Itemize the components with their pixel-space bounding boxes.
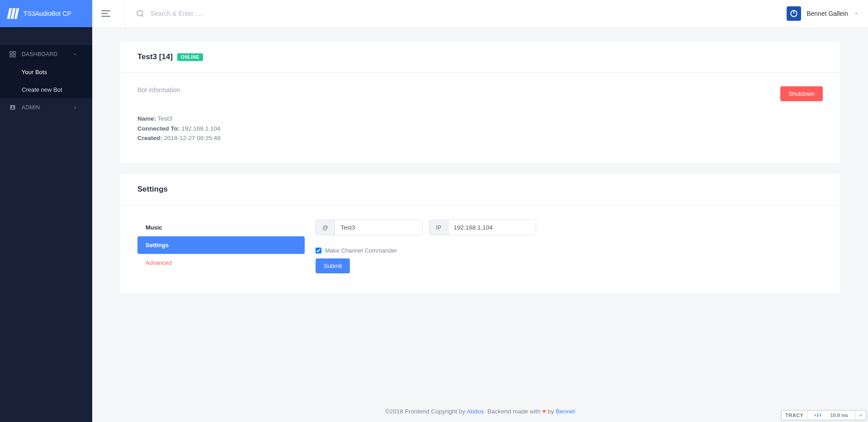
brand-logo-icon (8, 8, 18, 19)
nav-section-admin[interactable]: ADMIN (0, 98, 92, 117)
tracy-close-button[interactable]: × (856, 412, 866, 419)
bot-created-value: 2018-12-27 08:25:48 (164, 135, 221, 141)
nav-section-label: ADMIN (22, 104, 40, 111)
bot-heading: Test3 [14] (137, 52, 173, 61)
sidebar-item-create-bot[interactable]: Create new Bot (0, 81, 92, 98)
footer-link-abdus[interactable]: Abdus (467, 408, 484, 415)
bot-connected-label: Connected To: (137, 125, 180, 132)
tab-advanced[interactable]: Advanced (137, 254, 305, 272)
chevron-down-icon (72, 52, 78, 57)
svg-rect-1 (13, 52, 15, 54)
channel-commander-label: Make Channel Commander (325, 247, 397, 254)
search-icon (136, 9, 144, 18)
bot-info-list: Name: Test3 Connected To: 192.168.1.104 … (137, 114, 823, 143)
footer: ©2018 Frontend Copyright by Abdus. Backe… (92, 401, 868, 422)
svg-point-5 (12, 106, 14, 108)
tracy-debug-bar[interactable]: TRACY 18.8 ms × (781, 410, 866, 420)
bot-card-body: Bot information Shutdown Name: Test3 Con… (120, 73, 840, 163)
svg-point-6 (137, 10, 142, 16)
footer-link-bennet[interactable]: Bennet (556, 408, 575, 415)
search (136, 9, 787, 18)
user-menu[interactable]: Bennet Gallein (787, 6, 859, 21)
bot-name-value: Test3 (158, 115, 172, 122)
settings-header: Settings (120, 174, 840, 205)
chevron-down-icon (854, 11, 859, 16)
footer-text-3: by (546, 408, 556, 415)
dashboard-icon (9, 51, 16, 58)
brand-title: TS3AudioBot CP (24, 10, 71, 17)
footer-text-2: . Backend made with (484, 408, 542, 415)
tab-music[interactable]: Music (137, 219, 305, 236)
tracy-time[interactable]: 18.8 ms (807, 411, 855, 420)
settings-tabs: Music Settings Advanced (137, 219, 305, 272)
topbar: Bennet Gallein (92, 0, 868, 27)
content: Test3 [14] ONLINE Bot information Shutdo… (92, 27, 868, 401)
bot-card: Test3 [14] ONLINE Bot information Shutdo… (120, 42, 840, 163)
footer-text-1: ©2018 Frontend Copyright by (385, 408, 467, 415)
main: Bennet Gallein Test3 [14] ONLINE Bot inf… (92, 0, 868, 422)
menu-toggle-button[interactable] (101, 7, 114, 20)
settings-body: Music Settings Advanced @ IP (120, 205, 840, 293)
svg-rect-0 (10, 52, 12, 54)
ip-prefix: IP (429, 220, 448, 235)
brand[interactable]: TS3AudioBot CP (0, 0, 92, 27)
nav-section-dashboard[interactable]: DASHBOARD (0, 45, 92, 63)
settings-form: @ IP Make Channel Commander (316, 219, 823, 273)
search-input[interactable] (151, 10, 787, 17)
channel-commander-row[interactable]: Make Channel Commander (316, 247, 823, 254)
svg-rect-3 (10, 55, 12, 57)
tracy-label: TRACY (782, 412, 807, 419)
ip-input-group: IP (429, 220, 536, 235)
bot-connected-value: 192.168.1.104 (181, 125, 220, 132)
admin-icon (9, 104, 16, 111)
name-input-group: @ (316, 220, 423, 235)
svg-rect-2 (13, 55, 15, 57)
channel-commander-checkbox[interactable] (316, 248, 321, 253)
user-avatar-icon (787, 6, 801, 21)
submit-button[interactable]: Submit (316, 258, 350, 273)
bot-info-title: Bot information (137, 86, 180, 94)
name-prefix: @ (316, 220, 335, 235)
settings-title: Settings (137, 185, 168, 194)
tab-settings[interactable]: Settings (137, 236, 305, 254)
shutdown-button[interactable]: Shutdown (780, 86, 823, 101)
svg-line-7 (142, 15, 143, 16)
tracy-time-value: 18.8 ms (826, 412, 851, 419)
bot-name-label: Name: (137, 115, 156, 122)
sidebar: TS3AudioBot CP DASHBOARD Your Bots Creat… (0, 0, 92, 422)
nav-section-label: DASHBOARD (22, 51, 58, 57)
divider (125, 0, 125, 27)
sidebar-item-your-bots[interactable]: Your Bots (0, 63, 92, 81)
bot-card-header: Test3 [14] ONLINE (120, 42, 840, 73)
chevron-right-icon (72, 105, 78, 110)
bot-created-label: Created: (137, 135, 162, 141)
settings-card: Settings Music Settings Advanced @ (120, 174, 840, 293)
svg-marker-10 (855, 13, 858, 14)
heart-icon: ♥ (542, 408, 546, 415)
nav-sub-dashboard: Your Bots Create new Bot (0, 63, 92, 98)
status-badge: ONLINE (177, 53, 203, 61)
user-name: Bennet Gallein (807, 10, 848, 17)
name-input[interactable] (335, 220, 422, 235)
ip-input[interactable] (448, 220, 536, 235)
sidebar-nav: DASHBOARD Your Bots Create new Bot ADMIN (0, 27, 92, 117)
tracy-bars-icon (811, 413, 825, 417)
